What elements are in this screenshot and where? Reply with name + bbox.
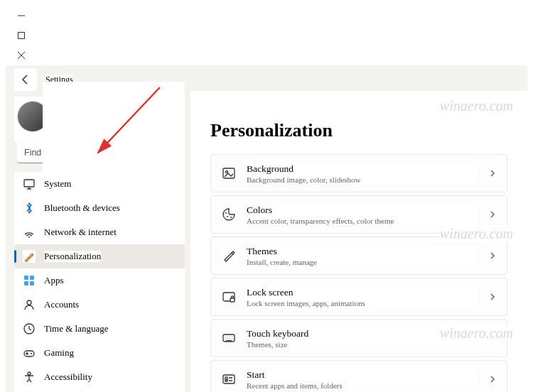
svg-rect-21 bbox=[230, 298, 235, 302]
bluetooth-icon bbox=[23, 202, 36, 214]
card-subtitle: Themes, size bbox=[247, 340, 478, 349]
cards-list: Background Background image, color, slid… bbox=[210, 154, 507, 392]
svg-rect-25 bbox=[225, 380, 227, 381]
user-email-masked: user@example bbox=[55, 118, 108, 128]
start-icon bbox=[221, 371, 237, 387]
themes-icon bbox=[221, 248, 237, 263]
card-title: Colors bbox=[247, 205, 478, 216]
sidebar-item-apps[interactable]: Apps bbox=[14, 268, 185, 293]
card-subtitle: Lock screen images, apps, animations bbox=[247, 299, 478, 307]
chevron-right-icon bbox=[488, 210, 497, 219]
sidebar-item-label: Accounts bbox=[44, 299, 79, 310]
gaming-icon bbox=[23, 347, 36, 359]
chevron-right-icon bbox=[488, 293, 497, 301]
svg-point-4 bbox=[28, 236, 30, 238]
page-title: Personalization bbox=[210, 120, 507, 141]
svg-rect-0 bbox=[18, 33, 25, 39]
app-title: Settings bbox=[45, 75, 73, 85]
sidebar-item-label: Gaming bbox=[44, 347, 74, 359]
svg-point-19 bbox=[230, 217, 232, 218]
svg-point-12 bbox=[31, 353, 32, 354]
user-account-row[interactable]: Taras Buria user@example bbox=[14, 97, 185, 142]
background-icon bbox=[221, 165, 237, 181]
minimize-button[interactable] bbox=[6, 6, 37, 26]
chevron-right-icon bbox=[488, 169, 497, 178]
card-lock[interactable]: Lock screen Lock screen images, apps, an… bbox=[210, 278, 507, 316]
sidebar-item-label: Time & language bbox=[44, 323, 109, 334]
svg-point-2 bbox=[166, 149, 173, 156]
accessibility-icon bbox=[23, 371, 36, 383]
svg-rect-24 bbox=[225, 377, 227, 379]
svg-rect-5 bbox=[24, 276, 28, 280]
svg-rect-6 bbox=[30, 276, 34, 280]
sidebar: Taras Buria user@example SystemBluetooth… bbox=[6, 91, 190, 392]
sidebar-item-label: Accessibility bbox=[44, 371, 92, 383]
sidebar-item-personalization[interactable]: Personalization bbox=[14, 244, 185, 268]
card-keyboard[interactable]: Touch keyboard Themes, size bbox=[210, 319, 507, 357]
settings-window: Settings Taras Buria user@example System… bbox=[6, 6, 527, 392]
apps-icon bbox=[23, 274, 36, 287]
card-subtitle: Install, create, manage bbox=[247, 258, 478, 266]
sidebar-item-label: System bbox=[44, 178, 71, 190]
svg-rect-3 bbox=[24, 180, 34, 187]
main-content: Personalization Background Background im… bbox=[190, 91, 527, 392]
sidebar-item-accounts[interactable]: Accounts bbox=[14, 293, 185, 317]
card-title: Background bbox=[247, 163, 478, 175]
svg-rect-7 bbox=[24, 281, 28, 285]
chevron-right-icon bbox=[488, 334, 497, 342]
chevron-right-icon bbox=[488, 375, 497, 383]
sidebar-item-label: Apps bbox=[44, 275, 63, 286]
sidebar-item-label: Network & internet bbox=[44, 227, 117, 238]
user-name: Taras Buria bbox=[55, 104, 108, 116]
time-icon bbox=[23, 322, 36, 335]
card-colors[interactable]: Colors Accent color, transparency effect… bbox=[210, 195, 507, 234]
sidebar-item-label: Personalization bbox=[44, 251, 101, 262]
svg-point-13 bbox=[28, 372, 31, 375]
colors-icon bbox=[221, 207, 237, 222]
network-icon bbox=[23, 226, 36, 239]
svg-point-9 bbox=[27, 300, 31, 305]
close-button[interactable] bbox=[6, 45, 37, 65]
search-icon bbox=[165, 148, 175, 158]
sidebar-item-privacy[interactable]: Privacy & security bbox=[14, 389, 185, 392]
card-title: Themes bbox=[247, 246, 478, 257]
sidebar-item-gaming[interactable]: Gaming bbox=[14, 341, 185, 365]
sidebar-item-system[interactable]: System bbox=[14, 172, 185, 196]
search-input[interactable] bbox=[17, 142, 182, 163]
keyboard-icon bbox=[221, 330, 237, 346]
personalization-icon bbox=[23, 250, 36, 263]
avatar bbox=[17, 101, 48, 132]
lock-icon bbox=[221, 289, 237, 305]
card-subtitle: Recent apps and items, folders bbox=[247, 381, 478, 390]
svg-point-18 bbox=[227, 216, 228, 217]
maximize-button[interactable] bbox=[6, 26, 37, 45]
sidebar-nav: SystemBluetooth & devicesNetwork & inter… bbox=[14, 172, 185, 392]
sidebar-item-accessibility[interactable]: Accessibility bbox=[14, 365, 185, 389]
chevron-right-icon bbox=[488, 251, 497, 260]
card-title: Lock screen bbox=[247, 287, 478, 298]
watermark: winaero.com bbox=[440, 98, 513, 114]
card-background[interactable]: Background Background image, color, slid… bbox=[210, 154, 507, 192]
svg-rect-8 bbox=[30, 281, 34, 285]
sidebar-item-bluetooth[interactable]: Bluetooth & devices bbox=[14, 196, 185, 220]
svg-point-17 bbox=[225, 212, 227, 214]
card-title: Touch keyboard bbox=[247, 328, 478, 339]
sidebar-item-label: Bluetooth & devices bbox=[44, 202, 120, 214]
titlebar bbox=[6, 6, 527, 65]
sidebar-item-network[interactable]: Network & internet bbox=[14, 220, 185, 244]
card-subtitle: Background image, color, slideshow bbox=[247, 175, 478, 184]
card-themes[interactable]: Themes Install, create, manage bbox=[210, 236, 507, 275]
accounts-icon bbox=[23, 298, 36, 311]
app-header: Settings bbox=[6, 65, 527, 91]
sidebar-item-time[interactable]: Time & language bbox=[14, 317, 185, 341]
system-icon bbox=[23, 178, 36, 190]
card-title: Start bbox=[247, 369, 478, 381]
card-start[interactable]: Start Recent apps and items, folders bbox=[210, 360, 507, 392]
back-button[interactable] bbox=[14, 68, 37, 91]
card-subtitle: Accent color, transparency effects, colo… bbox=[247, 217, 478, 225]
svg-point-16 bbox=[226, 171, 228, 173]
